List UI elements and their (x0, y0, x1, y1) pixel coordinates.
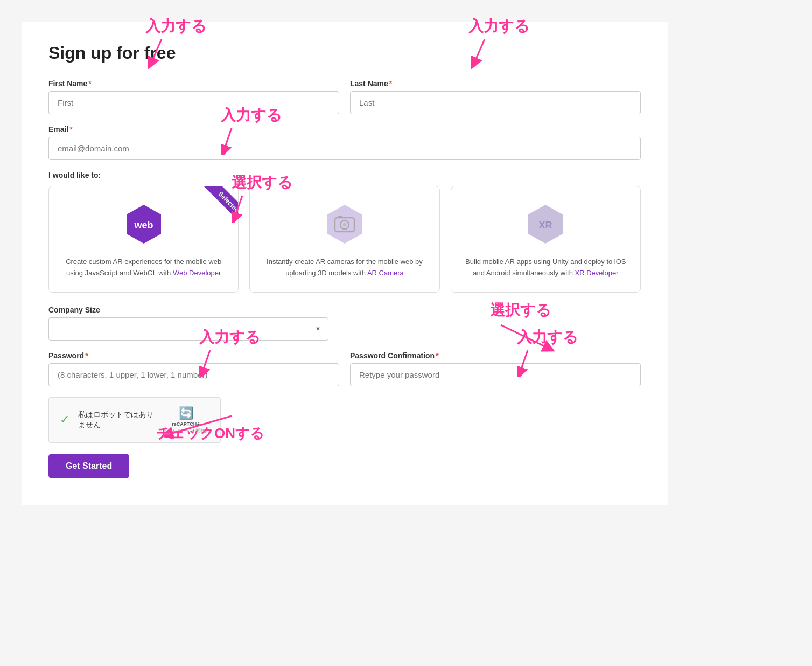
first-name-label: First Name* (48, 79, 339, 88)
web-icon: web (122, 203, 165, 246)
recaptcha-check: ✓ (60, 413, 69, 427)
card-web[interactable]: Selected web Create custom AR experience… (48, 186, 239, 293)
submit-section: Get Started (48, 454, 641, 478)
web-card-text: Create custom AR experiences for the mob… (60, 256, 227, 279)
svg-line-13 (501, 325, 549, 349)
page-wrapper: Sign up for free 入力する 入力する First Name* (22, 22, 668, 505)
annotation-select-company: 選択する (490, 300, 555, 353)
password-row: Password* Password Confirmation* (48, 351, 641, 386)
password-label: Password* (48, 351, 339, 360)
password-section: 入力する 入力する Password* (48, 351, 641, 386)
password-confirmation-input[interactable] (350, 363, 641, 386)
recaptcha-text: 私はロボットではありません (78, 410, 154, 431)
last-name-input[interactable] (350, 91, 641, 114)
card-xr[interactable]: XR Build mobile AR apps using Unity and … (451, 186, 641, 293)
recaptcha-section: ✓ 私はロボットではありません 🔄 reCAPTCHA プライバシー - 利用規… (48, 397, 641, 443)
card-camera[interactable]: Instantly create AR cameras for the mobi… (249, 186, 439, 293)
camera-icon (323, 203, 366, 246)
company-size-select-wrapper: 1-10 11-50 51-200 201-500 501+ (48, 317, 328, 341)
recaptcha-box[interactable]: ✓ 私はロボットではありません 🔄 reCAPTCHA プライバシー - 利用規… (48, 397, 221, 443)
web-developer-link[interactable]: Web Developer (173, 269, 221, 277)
form-container: Sign up for free 入力する 入力する First Name* (22, 22, 668, 505)
would-like-section: I would like to: Selected web Create cus… (48, 171, 641, 293)
company-size-group: Company Size 1-10 11-50 51-200 201-500 5… (48, 306, 328, 341)
would-like-label: I would like to: (48, 171, 641, 179)
company-size-row: Company Size 1-10 11-50 51-200 201-500 5… (48, 306, 328, 341)
ribbon: Selected (205, 186, 239, 217)
camera-card-text: Instantly create AR cameras for the mobi… (261, 256, 428, 279)
password-group: Password* (48, 351, 339, 386)
password-confirmation-label: Password Confirmation* (350, 351, 641, 360)
email-group: Email* (48, 125, 641, 160)
get-started-button[interactable]: Get Started (48, 454, 129, 478)
svg-text:XR: XR (539, 220, 552, 231)
password-input[interactable] (48, 363, 339, 386)
first-name-input[interactable] (48, 91, 339, 114)
xr-card-text: Build mobile AR apps using Unity and dep… (462, 256, 629, 279)
svg-text:web: web (134, 220, 153, 231)
last-name-group: Last Name* (350, 79, 641, 114)
xr-icon: XR (524, 203, 567, 246)
last-name-label: Last Name* (350, 79, 641, 88)
ar-camera-link[interactable]: AR Camera (367, 269, 404, 277)
password-confirmation-group: Password Confirmation* (350, 351, 641, 386)
cards-row: Selected web Create custom AR experience… (48, 186, 641, 293)
company-size-label: Company Size (48, 306, 328, 314)
svg-rect-10 (338, 216, 342, 218)
email-label: Email* (48, 125, 641, 134)
first-name-group: First Name* (48, 79, 339, 114)
xr-developer-link[interactable]: XR Developer (575, 269, 619, 277)
name-row: First Name* Last Name* (48, 79, 641, 114)
page-title: Sign up for free (48, 43, 641, 63)
email-input[interactable] (48, 137, 641, 160)
recaptcha-logo: 🔄 reCAPTCHA プライバシー - 利用規約 (163, 406, 209, 434)
svg-point-9 (343, 223, 346, 226)
email-row: Email* (48, 125, 641, 160)
company-size-select[interactable]: 1-10 11-50 51-200 201-500 501+ (48, 317, 328, 341)
